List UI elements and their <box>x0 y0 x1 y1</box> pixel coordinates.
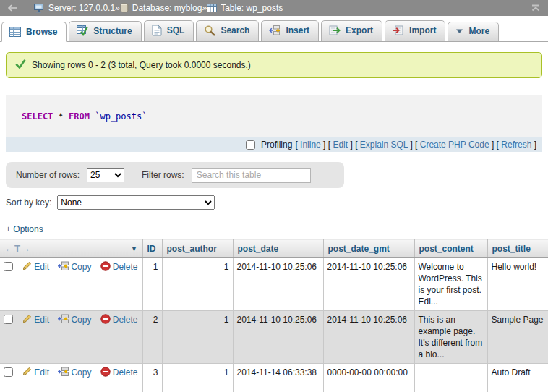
copy-link: Copy <box>71 367 91 378</box>
insert-icon <box>269 25 281 36</box>
sql-box: SELECT * FROM `wp_posts` Profiling [ Inl… <box>6 95 542 152</box>
row-checkbox[interactable] <box>4 315 13 324</box>
cell-id: 3 <box>142 364 162 392</box>
back-arrow-icon[interactable] <box>7 4 19 12</box>
filter-rows-input[interactable] <box>192 168 311 183</box>
sql-link-explain-sql[interactable]: Explain SQL <box>360 140 408 150</box>
tab-insert[interactable]: Insert <box>261 20 319 41</box>
tab-structure[interactable]: Structure <box>69 21 141 41</box>
delete-action[interactable]: Delete <box>100 262 138 272</box>
edit-action[interactable]: Edit <box>22 367 51 378</box>
sort-by-key-label: Sort by key: <box>6 197 51 208</box>
copy-action[interactable]: Copy <box>58 315 93 325</box>
tab-label: More <box>468 26 489 36</box>
cell-post-author: 1 <box>162 311 233 364</box>
breadcrumb-table[interactable]: Table: wp_posts <box>207 3 283 13</box>
tab-sql[interactable]: SQL <box>144 20 194 41</box>
edit-pencil-icon <box>22 314 32 327</box>
column-header-id[interactable]: ID <box>142 239 162 258</box>
phpmyadmin-window: Server: 127.0.0.1 » Database: myblog » T… <box>0 0 548 392</box>
cell-post-content <box>414 364 487 392</box>
sql-keyword-from: FROM <box>69 111 90 122</box>
actions-menu-arrow-icon[interactable]: ▼ <box>131 244 138 252</box>
cell-post-author: 1 <box>162 364 233 392</box>
breadcrumb-table-label[interactable]: Table: wp_posts <box>221 3 283 13</box>
cell-post-title: Sample Page <box>487 311 548 364</box>
column-header-post_title[interactable]: post_title <box>487 239 548 258</box>
column-header-post_date_gmt[interactable]: post_date_gmt <box>323 239 414 258</box>
profiling-label[interactable]: Profiling <box>261 140 292 150</box>
edit-action[interactable]: Edit <box>22 262 51 272</box>
server-icon <box>33 3 45 13</box>
cell-post-content: This is an example page. It's different … <box>414 311 487 364</box>
success-check-icon <box>15 59 26 71</box>
breadcrumb-server-label[interactable]: Server: 127.0.0.1 <box>48 3 115 13</box>
delete-action[interactable]: Delete <box>100 315 138 325</box>
more-arrow-icon <box>455 28 463 34</box>
copy-link: Copy <box>71 262 91 272</box>
tab-label: Structure <box>93 26 132 36</box>
edit-action[interactable]: Edit <box>22 315 51 325</box>
delete-link: Delete <box>113 315 138 325</box>
tab-import[interactable]: Import <box>385 20 445 41</box>
cell-post-title: Auto Draft <box>487 364 548 392</box>
import-icon <box>393 25 404 36</box>
column-order-control[interactable]: ←T→ <box>4 243 31 254</box>
tab-label: SQL <box>167 25 185 35</box>
edit-pencil-icon <box>22 367 32 380</box>
row-checkbox[interactable] <box>4 262 13 271</box>
sql-link-inline[interactable]: Inline <box>300 140 321 150</box>
tab-bar: Browse Structure SQL Search Insert Expor… <box>0 16 548 42</box>
sql-identifier: `wp_posts` <box>95 111 147 122</box>
number-of-rows-label: Number of rows: <box>16 170 80 180</box>
cell-post-title: Hello world! <box>487 258 548 311</box>
breadcrumb-database-label[interactable]: Database: myblog <box>132 3 202 13</box>
collapse-navigation-icon[interactable] <box>531 4 541 12</box>
delete-link: Delete <box>113 367 138 378</box>
delete-link: Delete <box>113 262 138 272</box>
column-header-post_date[interactable]: post_date <box>233 239 323 258</box>
browse-controls: Number of rows: 25 Filter rows: <box>6 162 344 188</box>
column-header-post_author[interactable]: post_author <box>162 239 233 258</box>
tab-search[interactable]: Search <box>196 20 259 41</box>
table-header-row: ←T→ ▼ IDpost_authorpost_datepost_date_gm… <box>0 239 548 258</box>
table-row: Edit Copy Delete 1 1 2014-11-10 10:25:06… <box>0 258 548 311</box>
sql-link-edit[interactable]: Edit <box>333 140 348 150</box>
status-message-text: Showing rows 0 - 2 (3 total, Query took … <box>32 60 251 70</box>
profiling-checkbox[interactable] <box>246 140 255 150</box>
sql-icon <box>152 25 162 36</box>
tab-export[interactable]: Export <box>321 20 382 41</box>
sql-link-create-php-code[interactable]: Create PHP Code <box>420 140 489 150</box>
sql-keyword-select[interactable]: SELECT <box>22 111 53 122</box>
number-of-rows-select[interactable]: 25 <box>87 168 124 182</box>
copy-action[interactable]: Copy <box>58 367 93 378</box>
sql-action-links: [ Inline ] [ Edit ] [ Explain SQL ] [ Cr… <box>295 140 536 150</box>
column-header-post_content[interactable]: post_content <box>414 239 487 258</box>
table-icon <box>207 4 217 12</box>
breadcrumb-database[interactable]: Database: myblog <box>120 3 202 13</box>
edit-pencil-icon <box>22 261 32 274</box>
database-icon <box>120 3 129 13</box>
sort-by-key-select[interactable]: None <box>57 195 215 210</box>
edit-link: Edit <box>34 367 49 378</box>
delete-action[interactable]: Delete <box>100 367 138 378</box>
tab-more[interactable]: More <box>448 22 499 41</box>
options-toggle-link[interactable]: + Options <box>6 224 548 234</box>
cell-post-date-gmt: 2014-11-10 10:25:06 <box>323 258 414 311</box>
breadcrumb-server[interactable]: Server: 127.0.0.1 <box>33 3 115 13</box>
export-icon <box>329 25 341 36</box>
cell-post-date: 2014-11-10 10:25:06 <box>233 258 323 311</box>
copy-link: Copy <box>71 315 91 325</box>
structure-icon <box>77 25 88 36</box>
sql-link-refresh[interactable]: Refresh <box>501 140 531 150</box>
status-message: Showing rows 0 - 2 (3 total, Query took … <box>6 52 542 78</box>
row-checkbox[interactable] <box>4 367 13 377</box>
copy-action[interactable]: Copy <box>58 262 93 272</box>
tab-browse[interactable]: Browse <box>1 22 67 42</box>
cell-post-content: Welcome to WordPress. This is your first… <box>414 258 487 311</box>
tab-label: Export <box>346 25 373 35</box>
row-actions-cell: Edit Copy Delete <box>0 258 142 311</box>
browse-icon <box>9 27 21 37</box>
delete-icon <box>100 261 111 274</box>
sort-row: Sort by key: None <box>6 195 548 210</box>
